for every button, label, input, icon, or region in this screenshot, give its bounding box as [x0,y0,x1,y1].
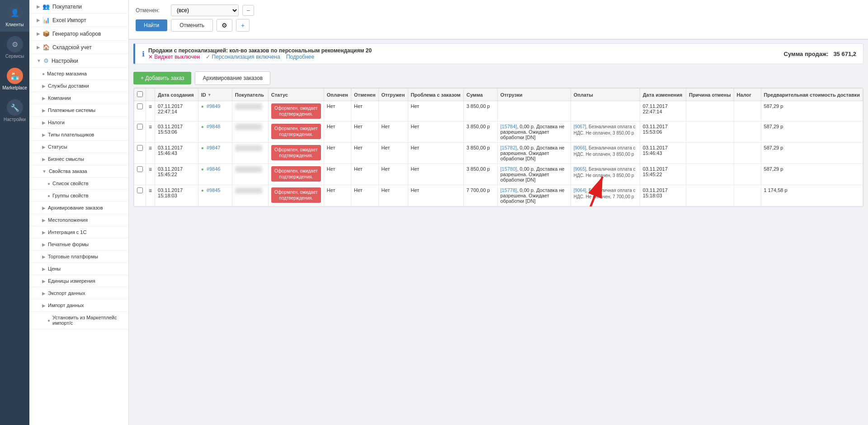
order-id-link[interactable]: #9845 [207,187,221,193]
tax-cell [734,121,761,143]
nav-companies[interactable]: ▶ Компании [29,92,128,104]
order-id-link[interactable]: #9847 [207,145,221,150]
nav-order-props[interactable]: ▼ Свойства заказа [29,165,128,177]
nav-units-label: Единицы измерения [48,278,95,284]
nav-locations[interactable]: ▶ Местоположения [29,214,128,226]
order-id-link[interactable]: #9846 [207,166,221,172]
action-bar: + Добавить заказ Архивирование заказов [133,68,863,88]
cancel-filter-btn[interactable]: Отменить [171,19,213,32]
nav-archive-orders[interactable]: ▶ Архивирование заказов [29,202,128,214]
buyer-name [235,103,262,110]
change-date-cell: 03.11.2017 15:46:43 [640,143,686,164]
row-checkbox[interactable] [137,166,143,172]
shipment-link[interactable]: [15782] [500,145,517,150]
order-date: 03.11.2017 15:18:03 [155,185,198,206]
th-shipped: Отгружен [378,89,408,101]
shipments-cell: [15782], 0,00 р. Доставка не разрешена. … [497,143,571,164]
shipment-link[interactable]: [15780] [500,166,517,172]
nav-statuses-label: Статусы [48,144,67,149]
orders-tbody: ≡ 07.11.2017 22:47:14 ● #9849 Оформлен, … [134,101,863,206]
row-checkbox[interactable] [137,124,143,130]
set-gen-icon: 📦 [42,30,50,37]
sidebar-item-marketplace[interactable]: 🏪 Marketplace [0,63,29,95]
nav-payments-sys[interactable]: ▶ Платежные системы [29,104,128,117]
row-checkbox[interactable] [137,103,143,109]
add-order-btn[interactable]: + Добавить заказ [133,72,191,84]
nav-shop-wizard[interactable]: ● Мастер магазина [29,68,128,80]
info-text: Продажи с персонализацией: кол-во заказо… [148,47,372,60]
shipment-link[interactable]: [15784] [500,124,517,129]
select-all-checkbox[interactable] [137,91,143,97]
nav-excel-import[interactable]: ▶ 📊 Excel Импорт [29,14,128,27]
remove-filter-btn[interactable]: − [242,5,254,16]
payment-link[interactable]: [9065] [574,167,586,172]
payment-link[interactable]: [9067] [574,124,586,129]
payment-link[interactable]: [9064] [574,188,586,193]
nav-trade-platforms[interactable]: ▶ Торговые платформы [29,251,128,263]
payments-cell: [9064], Безналичная оплата с НДС. Не опл… [571,185,640,206]
nav-buyers[interactable]: ▶ 👥 Покупатели [29,0,128,14]
archive-btn[interactable]: Архивирование заказов [195,71,270,85]
set-gen-arrow: ▶ [37,31,40,36]
props-groups-arrow: ● [47,193,50,198]
cancelled-filter-select[interactable]: (все) [171,5,239,16]
settings-icon: ⚙ [43,57,49,64]
cancelled-filter-label: Отменен: [136,7,167,14]
nav-delivery[interactable]: ▶ Службы доставки [29,80,128,92]
statuses-arrow: ▶ [42,145,46,149]
row-checkbox[interactable] [137,145,143,151]
sum-cell: 3 850,00 р [463,101,497,121]
nav-props-groups[interactable]: ● Группы свойств [29,190,128,202]
nav-warehouse[interactable]: ▶ 🏠 Складской учет [29,41,128,54]
sidebar-item-settings[interactable]: 🔧 Настройки [0,95,29,126]
drag-handle[interactable]: ≡ [146,185,155,206]
find-btn[interactable]: Найти [136,19,167,31]
th-id[interactable]: ID ▼ [198,89,232,101]
th-payments: Оплаты [571,89,640,101]
gear-btn[interactable]: ⚙ [217,19,232,32]
nav-payer-types[interactable]: ▶ Типы плательщиков [29,129,128,141]
nav-prices[interactable]: ▶ Цены [29,263,128,275]
order-id-link[interactable]: #9849 [207,103,221,109]
order-id-link[interactable]: #9848 [207,124,221,129]
nav-export-data[interactable]: ▶ Экспорт данных [29,287,128,299]
nav-units[interactable]: ▶ Единицы измерения [29,275,128,287]
change-date-cell: 03.11.2017 15:45:22 [640,164,686,185]
nav-props-list-label: Список свойств [52,181,89,186]
status-dot: ● [201,188,204,193]
nav-set-generator[interactable]: ▶ 📦 Генератор наборов [29,27,128,41]
sidebar: 👤 Клиенты ⚙ Сервисы 🏪 Marketplace 🔧 Наст… [0,0,29,425]
widget-off-text: ✕ Виджет выключен [148,54,200,60]
problem-cell: Нет [408,101,463,121]
nav-biz-sense[interactable]: ▶ Бизнес смыслы [29,153,128,165]
nav-props-list[interactable]: ● Список свойств [29,177,128,190]
sidebar-settings-label: Настройки [4,117,26,122]
sum-cell: 7 700,00 р [463,185,497,206]
nav-marketplace-import[interactable]: ● Установить из Маркетплейс импорт/с [29,312,128,329]
row-checkbox[interactable] [137,187,143,193]
nav-settings[interactable]: ▼ ⚙ Настройки [29,54,128,68]
nav-1c-integration[interactable]: ▶ Интеграция с 1С [29,226,128,238]
sidebar-item-services[interactable]: ⚙ Сервисы [0,32,29,63]
nav-taxes[interactable]: ▶ Налоги [29,117,128,129]
payment-link[interactable]: [9066] [574,145,586,150]
nav-taxes-label: Налоги [48,120,65,125]
more-link[interactable]: Подробнее [286,54,314,60]
personalization-on-text: ✓ Персонализация включена [206,54,280,60]
payments-cell: [9067], Безналичная оплата с НДС. Не опл… [571,121,640,143]
drag-handle[interactable]: ≡ [146,164,155,185]
status-dot: ● [201,124,204,129]
nav-import-data[interactable]: ▶ Импорт данных [29,299,128,312]
add-filter-btn[interactable]: + [236,19,250,32]
shipment-link[interactable]: [15778] [500,187,517,193]
nav-print-forms[interactable]: ▶ Печатные формы [29,238,128,251]
nav-import-label: Импорт данных [48,303,84,308]
drag-handle[interactable]: ≡ [146,121,155,143]
nav-excel-label: Excel Импорт [52,17,86,23]
buyer-cell [232,101,268,121]
sidebar-item-clients[interactable]: 👤 Клиенты [0,0,29,32]
drag-handle[interactable]: ≡ [146,143,155,164]
nav-statuses[interactable]: ▶ Статусы [29,141,128,153]
nav-buyers-label: Покупатели [52,4,82,10]
drag-handle[interactable]: ≡ [146,101,155,121]
